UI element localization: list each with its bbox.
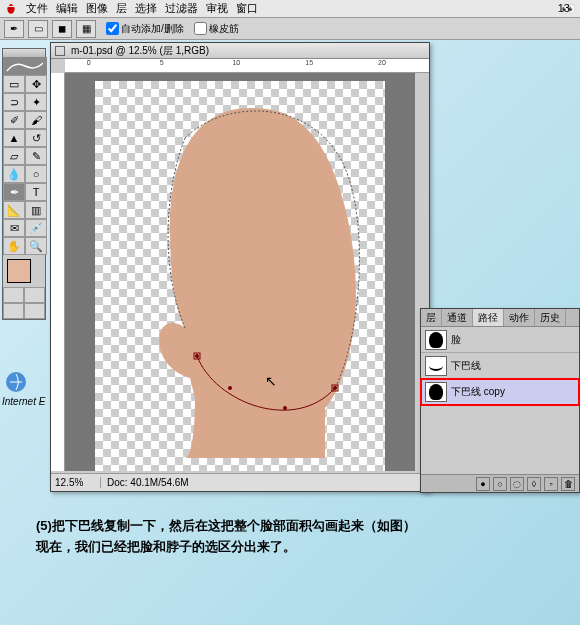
path-name: 脸 [451, 333, 461, 347]
options-bar: ✒ ▭ ◼ ▦ 自动添加/删除 橡皮筋 [0, 18, 580, 40]
history-brush-tool[interactable]: ↺ [25, 129, 47, 147]
path-name: 下巴线 [451, 359, 481, 373]
gradient-tool[interactable]: ▥ [25, 201, 47, 219]
menu-file[interactable]: 文件 [26, 1, 48, 16]
rubber-band-checkbox[interactable] [194, 22, 207, 35]
menu-window[interactable]: 窗口 [236, 1, 258, 16]
menu-filter[interactable]: 过滤器 [165, 1, 198, 16]
stamp-tool[interactable]: ▲ [3, 129, 25, 147]
tab-channels[interactable]: 通道 [442, 309, 473, 326]
notes-tool[interactable]: ✉ [3, 219, 25, 237]
new-path-icon[interactable]: ▫ [544, 477, 558, 491]
apple-icon [4, 2, 18, 16]
fill-path-icon[interactable]: ● [476, 477, 490, 491]
photoshop-logo [3, 57, 47, 75]
toolbox-grip[interactable] [3, 49, 45, 57]
blur-tool[interactable]: 💧 [3, 165, 25, 183]
path-name: 下巴线 copy [451, 385, 505, 399]
page-number: 13 [558, 2, 570, 14]
svg-point-4 [283, 406, 287, 410]
shape-mode-btn[interactable]: ◼ [52, 20, 72, 38]
menu-layer[interactable]: 层 [116, 1, 127, 16]
foreground-swatch[interactable] [7, 259, 31, 283]
menu-select[interactable]: 选择 [135, 1, 157, 16]
move-tool[interactable]: ✥ [25, 75, 47, 93]
tab-paths[interactable]: 路径 [473, 309, 504, 326]
menu-image[interactable]: 图像 [86, 1, 108, 16]
selection-to-path-icon[interactable]: ◊ [527, 477, 541, 491]
svg-point-3 [228, 386, 232, 390]
fill-mode-btn[interactable]: ▦ [76, 20, 96, 38]
status-bar: 12.5% Doc: 40.1M/54.6M [51, 473, 429, 491]
svg-point-1 [195, 354, 199, 358]
menu-edit[interactable]: 编辑 [56, 1, 78, 16]
zoom-tool[interactable]: 🔍 [25, 237, 47, 255]
path-to-selection-icon[interactable]: ◌ [510, 477, 524, 491]
internet-explorer-icon[interactable] [4, 370, 28, 394]
head-artwork [135, 98, 365, 458]
auto-add-delete-label: 自动添加/删除 [121, 22, 184, 36]
wand-tool[interactable]: ✦ [25, 93, 47, 111]
airbrush-tool[interactable]: ✐ [3, 111, 25, 129]
document-title: m-01.psd @ 12.5% (层 1,RGB) [71, 44, 209, 58]
tab-actions[interactable]: 动作 [504, 309, 535, 326]
toolbox: ▭ ✥ ⊃ ✦ ✐ 🖌 ▲ ↺ ▱ ✎ 💧 ○ ✒ T 📐 ▥ ✉ 💉 ✋ 🔍 [2, 48, 46, 320]
close-box[interactable] [55, 46, 65, 56]
pen-tool[interactable]: ✒ [3, 183, 25, 201]
screen-mode-1[interactable] [3, 303, 24, 319]
path-item[interactable]: 下巴线 [421, 353, 579, 379]
measure-tool[interactable]: 📐 [3, 201, 25, 219]
rubber-band-label: 橡皮筋 [209, 22, 239, 36]
type-tool[interactable]: T [25, 183, 47, 201]
pencil-tool[interactable]: ✎ [25, 147, 47, 165]
dodge-tool[interactable]: ○ [25, 165, 47, 183]
panel-tabs: 层 通道 路径 动作 历史 [421, 309, 579, 327]
stroke-path-icon[interactable]: ○ [493, 477, 507, 491]
standard-mode[interactable] [3, 287, 24, 303]
panel-footer: ● ○ ◌ ◊ ▫ 🗑 [421, 474, 579, 492]
auto-add-delete-checkbox[interactable] [106, 22, 119, 35]
tutorial-caption: (5)把下巴线复制一下，然后在这把整个脸部面积勾画起来（如图） 现在，我们已经把… [36, 516, 540, 558]
internet-label: Internet E [2, 396, 45, 407]
marquee-tool[interactable]: ▭ [3, 75, 25, 93]
path-item-selected[interactable]: 下巴线 copy [421, 379, 579, 405]
document-titlebar[interactable]: m-01.psd @ 12.5% (层 1,RGB) [51, 43, 429, 59]
path-item[interactable]: 脸 [421, 327, 579, 353]
path-thumbnail [425, 382, 447, 402]
caption-line-2: 现在，我们已经把脸和脖子的选区分出来了。 [36, 537, 540, 558]
tab-layers[interactable]: 层 [421, 309, 442, 326]
document-window: m-01.psd @ 12.5% (层 1,RGB) 0 5 10 15 20 … [50, 42, 430, 492]
hand-tool[interactable]: ✋ [3, 237, 25, 255]
delete-path-icon[interactable]: 🗑 [561, 477, 575, 491]
path-thumbnail [425, 356, 447, 376]
caption-line-1: (5)把下巴线复制一下，然后在这把整个脸部面积勾画起来（如图） [36, 516, 540, 537]
path-mode-btn[interactable]: ▭ [28, 20, 48, 38]
canvas[interactable]: ↖ [65, 73, 415, 471]
brush-tool[interactable]: 🖌 [25, 111, 47, 129]
eyedropper-tool[interactable]: 💉 [25, 219, 47, 237]
paths-panel: 层 通道 路径 动作 历史 脸 下巴线 下巴线 copy ● ○ ◌ ◊ ▫ 🗑 [420, 308, 580, 493]
svg-point-5 [333, 386, 337, 390]
ruler-horizontal: 0 5 10 15 20 [65, 59, 429, 73]
quickmask-mode[interactable] [24, 287, 45, 303]
menubar: 文件 编辑 图像 层 选择 过滤器 审视 窗口 👀 [0, 0, 580, 18]
screen-mode-2[interactable] [24, 303, 45, 319]
tab-history[interactable]: 历史 [535, 309, 566, 326]
pen-tool-indicator[interactable]: ✒ [4, 20, 24, 38]
ruler-vertical [51, 73, 65, 471]
zoom-field[interactable]: 12.5% [51, 477, 101, 488]
menu-view[interactable]: 审视 [206, 1, 228, 16]
eraser-tool[interactable]: ▱ [3, 147, 25, 165]
doc-size-info: Doc: 40.1M/54.6M [101, 477, 195, 488]
lasso-tool[interactable]: ⊃ [3, 93, 25, 111]
path-thumbnail [425, 330, 447, 350]
